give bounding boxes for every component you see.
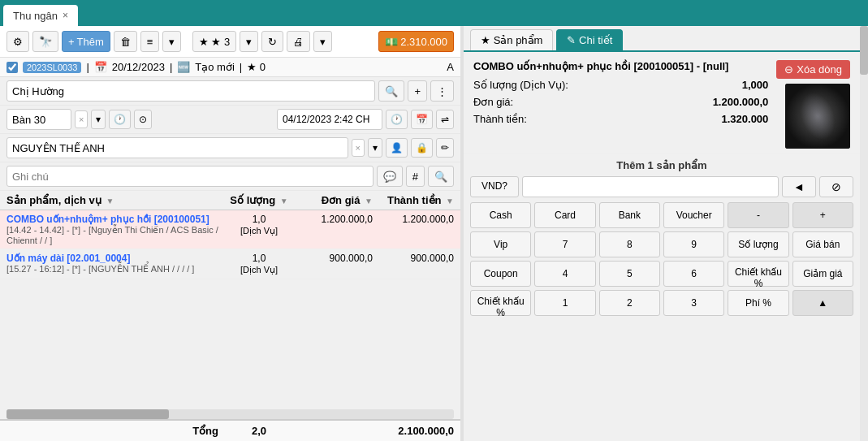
add-button[interactable]: + Thêm <box>62 31 110 52</box>
minus-button[interactable]: - <box>728 202 788 228</box>
binoculars-button[interactable]: 🔭 <box>32 31 58 52</box>
separator2: | <box>170 61 172 73</box>
date-input[interactable] <box>277 109 382 130</box>
staff-edit-button[interactable]: ✏ <box>436 138 454 158</box>
table-clock-button[interactable]: 🕐 <box>109 110 131 129</box>
phi-pct-button[interactable]: Phí % <box>728 290 788 316</box>
price-value: 1.200.000,0 <box>713 96 769 108</box>
scrollbar-thumb-right[interactable] <box>860 26 868 75</box>
separator1: | <box>86 61 89 73</box>
staff-dropdown-button[interactable]: ▾ <box>368 138 382 158</box>
table-date-row: × ▾ 🕐 ⊙ 🕐 📅 ⇌ <box>0 106 460 134</box>
settings-button[interactable]: ⚙ <box>6 31 29 52</box>
tab-close-icon[interactable]: × <box>63 10 68 21</box>
right-scrollbar[interactable] <box>860 26 868 441</box>
note-chat-button[interactable]: 💬 <box>377 166 403 187</box>
num7-button[interactable]: 7 <box>534 231 595 257</box>
col-qty-filter-icon[interactable]: ▼ <box>280 197 288 205</box>
dots-icon: ⋮ <box>437 85 447 97</box>
star-count-label: ★ 0 <box>247 61 266 73</box>
refresh-button[interactable]: ↻ <box>261 31 283 52</box>
giamgia-button[interactable]: Giảm giá <box>792 261 853 287</box>
delete-button[interactable]: 🗑 <box>114 31 137 52</box>
binoculars-icon: 🔭 <box>39 36 52 48</box>
product-name-0[interactable]: COMBO uốn+nhuộm+ phục hồi [200100051] <box>6 214 227 225</box>
vnd-label: VND? <box>470 176 519 197</box>
chietkhau-pct-button[interactable]: Chiết khấu % <box>728 261 788 287</box>
coupon-button[interactable]: Coupon <box>470 261 531 287</box>
qty-label: Số lượng (Dịch Vụ): <box>473 79 568 91</box>
print-dropdown-button[interactable]: ▾ <box>313 31 332 52</box>
tab-product[interactable]: ★ Sản phẩm <box>470 29 553 50</box>
soluong-button[interactable]: Số lượng <box>728 231 788 257</box>
product-image <box>785 84 850 149</box>
date-clock-button[interactable]: 🕐 <box>386 110 408 129</box>
toolbar: ⚙ 🔭 + Thêm 🗑 ≡ ▾ <box>0 26 460 58</box>
menu-button[interactable]: ≡ <box>140 31 160 52</box>
plus-button[interactable]: + <box>792 202 853 228</box>
num3-button[interactable]: 3 <box>663 290 724 316</box>
customer-input[interactable] <box>6 80 375 102</box>
table-clear-button[interactable]: × <box>75 110 88 128</box>
print-dropdown-icon: ▾ <box>320 36 326 48</box>
star-dropdown-button[interactable]: ▾ <box>240 31 258 52</box>
col-price-filter-icon[interactable]: ▼ <box>365 197 373 205</box>
staff-lock-button[interactable]: 🔒 <box>411 138 433 158</box>
gear-icon: ⚙ <box>13 36 23 48</box>
total-label: Thành tiền: <box>473 113 527 125</box>
cash-button[interactable]: Cash <box>470 202 531 228</box>
scrollbar-thumb[interactable] <box>6 409 169 419</box>
num9-button[interactable]: 9 <box>663 231 724 257</box>
up-button[interactable]: ▲ <box>792 290 853 316</box>
note-input[interactable] <box>6 166 374 187</box>
table-dropdown-button[interactable]: ▾ <box>91 110 106 129</box>
minus-circle-icon: ⊖ <box>784 63 793 76</box>
num6-button[interactable]: 6 <box>663 261 724 287</box>
col-total-filter-icon[interactable]: ▼ <box>446 197 454 205</box>
total-cell-0: 1.200.000,0 <box>373 214 454 225</box>
customer-add-button[interactable]: + <box>408 80 427 102</box>
print-button[interactable]: 🖨 <box>287 31 310 52</box>
num8-button[interactable]: 8 <box>599 231 660 257</box>
note-hash-button[interactable]: # <box>406 166 425 187</box>
numpad-input[interactable] <box>522 176 779 197</box>
table-circle-button[interactable]: ⊙ <box>134 110 152 129</box>
order-checkbox[interactable] <box>6 62 18 73</box>
tab-detail[interactable]: ✎ Chi tiết <box>556 29 623 50</box>
table-row[interactable]: Uốn máy dài [02.001_0004] [15.27 - 16:12… <box>0 249 460 279</box>
num1-button[interactable]: 1 <box>534 290 595 316</box>
customer-menu-button[interactable]: ⋮ <box>430 80 454 102</box>
num2-button[interactable]: 2 <box>599 290 660 316</box>
menu-dropdown-button[interactable]: ▾ <box>162 31 181 52</box>
back-button[interactable]: ◄ <box>782 176 816 197</box>
customer-search-button[interactable]: 🔍 <box>378 80 404 102</box>
num4-button[interactable]: 4 <box>534 261 595 287</box>
col-product-label: Sản phẩm, dịch vụ <box>6 194 101 206</box>
table-header: Sản phẩm, dịch vụ ▼ Số lượng ▼ Đơn giá ▼… <box>0 191 460 210</box>
star-button[interactable]: ★ ★ 3 <box>192 31 236 52</box>
chietkhau-label-button[interactable]: Chiết khấu % <box>470 290 531 316</box>
staff-person-button[interactable]: 👤 <box>386 138 408 158</box>
table-input[interactable] <box>6 109 71 130</box>
qty-cell-1: 1,0[Dịch Vụ] <box>227 253 291 275</box>
voucher-button[interactable]: Voucher <box>663 202 724 228</box>
note-search-button[interactable]: 🔍 <box>428 166 454 187</box>
vip-button[interactable]: Vip <box>470 231 531 257</box>
bank-button[interactable]: Bank <box>599 202 660 228</box>
date-transfer-button[interactable]: ⇌ <box>436 110 454 129</box>
giaban-button[interactable]: Giá bán <box>792 231 853 257</box>
product-name-1[interactable]: Uốn máy dài [02.001_0004] <box>6 253 227 264</box>
numpad-section: Thêm 1 sản phẩm VND? ◄ ⊘ Cash Card Bank … <box>464 154 860 441</box>
col-product-filter-icon[interactable]: ▼ <box>106 197 114 205</box>
date-calendar-button[interactable]: 📅 <box>411 110 433 129</box>
clear-button[interactable]: ⊘ <box>819 176 853 197</box>
money-button[interactable]: 💵 2.310.000 <box>378 31 454 52</box>
card-button[interactable]: Card <box>534 202 595 228</box>
staff-clear-button[interactable]: × <box>352 139 365 157</box>
num5-button[interactable]: 5 <box>599 261 660 287</box>
horizontal-scrollbar[interactable] <box>6 409 454 419</box>
delete-row-button[interactable]: ⊖ Xóa dòng <box>776 60 850 79</box>
tab-thu-ngan[interactable]: Thu ngân × <box>3 5 78 26</box>
table-row[interactable]: COMBO uốn+nhuộm+ phục hồi [200100051] [1… <box>0 210 460 249</box>
staff-input[interactable] <box>6 137 348 158</box>
